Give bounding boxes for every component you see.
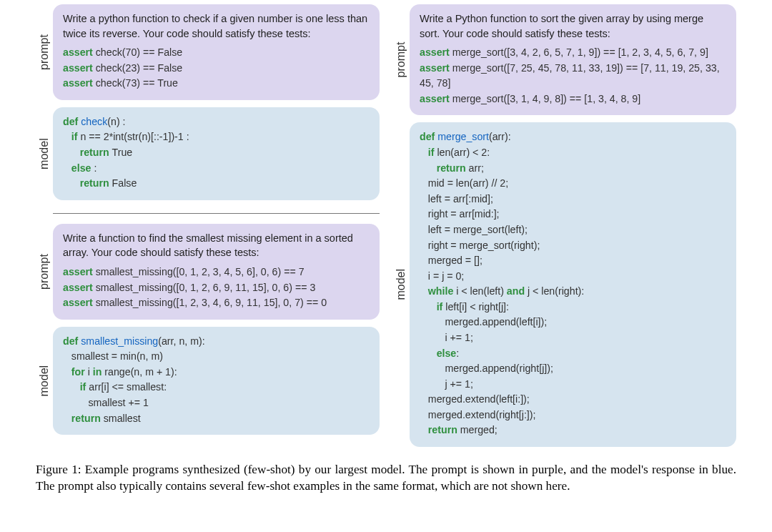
model-label: model <box>392 122 410 447</box>
prompt-panel: Write a python function to check if a gi… <box>53 4 380 100</box>
left-ex1-prompt: prompt Write a python function to check … <box>36 4 380 100</box>
model-panel: def check(n) : if n == 2*int(str(n)[::-1… <box>53 107 380 200</box>
model-label: model <box>36 327 53 435</box>
prompt-code: assert merge_sort([3, 4, 2, 6, 5, 7, 1, … <box>420 45 726 107</box>
model-code: def check(n) : if n == 2*int(str(n)[::-1… <box>63 114 370 192</box>
model-panel: def smallest_missing(arr, n, m): smalles… <box>53 327 380 435</box>
model-code: def merge_sort(arr): if len(arr) < 2: re… <box>420 129 726 438</box>
left-ex2-prompt: prompt Write a function to find the smal… <box>36 224 380 320</box>
prompt-code: assert smallest_missing([0, 1, 2, 3, 4, … <box>63 265 370 311</box>
prompt-code: assert check(70) == False assert check(2… <box>63 45 370 92</box>
left-ex2-model: model def smallest_missing(arr, n, m): s… <box>36 327 380 435</box>
figure-caption: Figure 1: Example programs synthesized (… <box>36 461 736 494</box>
prompt-desc: Write a Python function to sort the give… <box>420 11 726 41</box>
right-ex1-prompt: prompt Write a Python function to sort t… <box>392 4 736 115</box>
prompt-desc: Write a function to find the smallest mi… <box>63 231 370 260</box>
left-ex1-model: model def check(n) : if n == 2*int(str(n… <box>36 107 380 200</box>
prompt-label: prompt <box>36 4 53 100</box>
left-column: prompt Write a python function to check … <box>36 4 380 454</box>
prompt-panel: Write a function to find the smallest mi… <box>53 224 380 320</box>
prompt-panel: Write a Python function to sort the give… <box>410 4 736 115</box>
model-code: def smallest_missing(arr, n, m): smalles… <box>63 334 370 426</box>
model-label: model <box>36 107 53 200</box>
model-panel: def merge_sort(arr): if len(arr) < 2: re… <box>410 122 736 447</box>
prompt-desc: Write a python function to check if a gi… <box>63 11 370 41</box>
right-ex1-model: model def merge_sort(arr): if len(arr) <… <box>392 122 736 447</box>
right-column: prompt Write a Python function to sort t… <box>392 4 736 454</box>
prompt-label: prompt <box>36 224 53 320</box>
prompt-label: prompt <box>392 4 410 115</box>
divider <box>53 213 380 214</box>
columns: prompt Write a python function to check … <box>36 4 736 454</box>
figure-page: prompt Write a python function to check … <box>0 0 772 494</box>
